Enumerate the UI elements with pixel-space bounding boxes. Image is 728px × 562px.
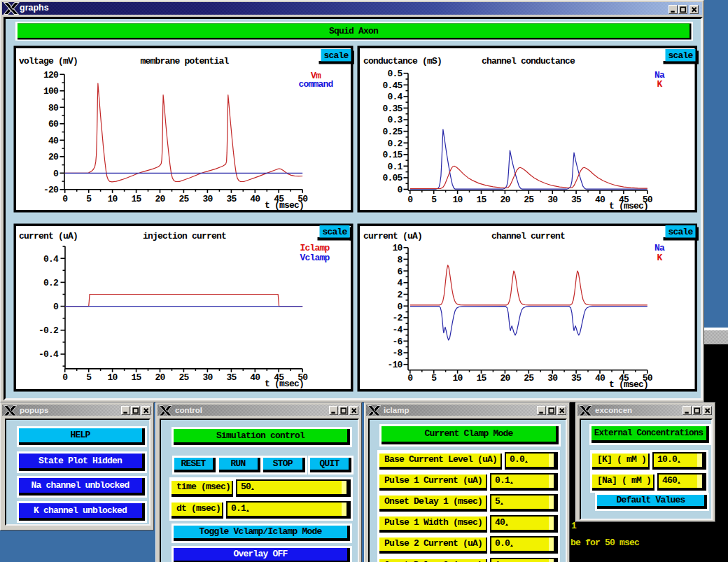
svg-text:30: 30 xyxy=(547,195,558,205)
svg-text:0: 0 xyxy=(407,195,413,205)
svg-text:0: 0 xyxy=(62,194,68,204)
svg-text:8: 8 xyxy=(397,255,402,265)
svg-text:20: 20 xyxy=(155,194,165,204)
svg-text:t (msec): t (msec) xyxy=(265,379,304,389)
svg-text:0.45: 0.45 xyxy=(382,80,402,91)
svg-text:0: 0 xyxy=(397,302,402,312)
svg-text:15: 15 xyxy=(476,195,486,205)
svg-text:4: 4 xyxy=(397,278,402,288)
svg-text:5: 5 xyxy=(86,194,92,204)
svg-text:0.25: 0.25 xyxy=(382,127,402,137)
svg-text:30: 30 xyxy=(202,372,213,383)
svg-text:0.4: 0.4 xyxy=(387,92,402,102)
svg-text:t (msec): t (msec) xyxy=(609,201,648,211)
svg-text:conductance (mS): conductance (mS) xyxy=(363,56,442,66)
svg-text:channel conductance: channel conductance xyxy=(482,56,575,66)
svg-text:6: 6 xyxy=(397,267,402,277)
svg-text:60: 60 xyxy=(48,119,59,129)
svg-text:0.5: 0.5 xyxy=(387,69,402,79)
svg-text:20: 20 xyxy=(48,152,59,162)
svg-text:10: 10 xyxy=(108,194,118,204)
svg-text:30: 30 xyxy=(202,194,213,204)
svg-text:0.4: 0.4 xyxy=(43,254,59,265)
svg-text:25: 25 xyxy=(178,194,189,204)
svg-text:0.2: 0.2 xyxy=(387,139,402,149)
svg-text:40: 40 xyxy=(48,136,59,146)
svg-text:-4: -4 xyxy=(392,325,402,335)
svg-text:5: 5 xyxy=(86,372,92,383)
svg-text:0.3: 0.3 xyxy=(387,115,402,125)
svg-text:40: 40 xyxy=(595,195,606,205)
svg-text:-6: -6 xyxy=(392,337,402,347)
svg-text:current (uA): current (uA) xyxy=(363,231,422,241)
svg-text:35: 35 xyxy=(226,194,237,204)
svg-text:10: 10 xyxy=(453,195,463,205)
svg-text:injection current: injection current xyxy=(143,231,226,241)
svg-text:15: 15 xyxy=(132,372,142,383)
svg-text:current (uA): current (uA) xyxy=(19,231,78,241)
svg-text:-2: -2 xyxy=(392,313,402,323)
svg-text:30: 30 xyxy=(547,373,558,384)
svg-text:120: 120 xyxy=(43,70,59,80)
svg-text:20: 20 xyxy=(500,373,510,384)
svg-text:25: 25 xyxy=(178,372,189,383)
svg-text:0: 0 xyxy=(53,302,59,312)
svg-text:0: 0 xyxy=(397,185,402,195)
svg-text:25: 25 xyxy=(524,195,534,205)
svg-text:command: command xyxy=(298,79,332,90)
svg-text:35: 35 xyxy=(571,373,582,384)
svg-text:0.15: 0.15 xyxy=(382,150,402,160)
svg-text:40: 40 xyxy=(250,372,260,383)
svg-text:5: 5 xyxy=(431,195,437,205)
svg-text:Na: Na xyxy=(654,243,665,253)
svg-text:t (msec): t (msec) xyxy=(609,379,648,390)
svg-text:0.1: 0.1 xyxy=(387,162,402,172)
svg-text:35: 35 xyxy=(226,372,237,383)
svg-text:scale: scale xyxy=(668,227,693,237)
svg-text:0: 0 xyxy=(62,372,68,383)
svg-text:Iclamp: Iclamp xyxy=(300,243,330,253)
svg-text:40: 40 xyxy=(250,194,260,204)
svg-text:0.2: 0.2 xyxy=(43,278,59,288)
svg-text:0: 0 xyxy=(53,169,59,179)
svg-text:scale: scale xyxy=(323,50,349,61)
svg-text:5: 5 xyxy=(431,373,437,384)
svg-text:scale: scale xyxy=(668,50,693,61)
svg-text:15: 15 xyxy=(132,194,142,204)
svg-text:Vclamp: Vclamp xyxy=(300,253,330,263)
svg-text:40: 40 xyxy=(595,373,606,384)
svg-text:0.35: 0.35 xyxy=(382,104,402,114)
svg-text:t (msec): t (msec) xyxy=(265,200,304,211)
svg-text:80: 80 xyxy=(48,103,59,113)
svg-text:-0.2: -0.2 xyxy=(38,325,59,336)
svg-text:-10: -10 xyxy=(387,360,402,370)
svg-text:25: 25 xyxy=(524,373,534,384)
svg-text:2: 2 xyxy=(397,290,402,300)
svg-text:10: 10 xyxy=(453,373,463,384)
svg-text:10: 10 xyxy=(108,372,118,383)
svg-text:K: K xyxy=(657,253,662,263)
svg-text:Squid Axon: Squid Axon xyxy=(329,26,379,36)
svg-text:membrane potential: membrane potential xyxy=(140,56,229,66)
svg-text:K: K xyxy=(657,79,662,90)
svg-text:15: 15 xyxy=(476,373,486,384)
svg-text:voltage (mV): voltage (mV) xyxy=(19,56,78,66)
svg-text:20: 20 xyxy=(155,372,165,383)
svg-text:-8: -8 xyxy=(392,348,402,358)
svg-text:100: 100 xyxy=(43,86,59,97)
svg-text:0.05: 0.05 xyxy=(382,173,402,183)
svg-text:-20: -20 xyxy=(43,185,59,195)
svg-text:0: 0 xyxy=(407,373,413,384)
svg-text:-0.4: -0.4 xyxy=(38,349,59,360)
svg-text:channel current: channel current xyxy=(491,231,565,241)
svg-text:20: 20 xyxy=(500,195,510,205)
svg-text:scale: scale xyxy=(322,227,347,237)
svg-text:35: 35 xyxy=(571,195,582,205)
svg-text:10: 10 xyxy=(392,243,402,253)
